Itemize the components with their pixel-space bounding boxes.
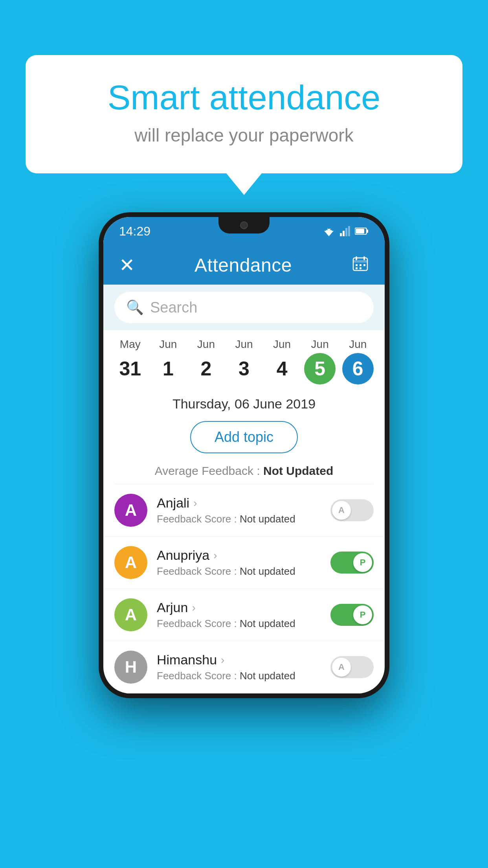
avatar: A — [114, 598, 147, 631]
calendar-day[interactable]: Jun4 — [263, 338, 301, 384]
phone-frame: 14:29 — [99, 212, 389, 698]
feedback-score: Feedback Score : Not updated — [157, 618, 321, 630]
status-time: 14:29 — [119, 224, 150, 239]
cal-month-label: Jun — [311, 338, 329, 351]
speech-bubble-container: Smart attendance will replace your paper… — [26, 55, 462, 195]
calendar-button[interactable] — [352, 255, 369, 276]
notch — [218, 217, 270, 234]
cal-month-label: Jun — [197, 338, 215, 351]
svg-rect-11 — [353, 260, 367, 263]
student-row[interactable]: HHimanshu ›Feedback Score : Not updatedA — [103, 641, 385, 693]
calendar-day[interactable]: Jun6 — [339, 338, 377, 384]
bubble-tail — [226, 173, 262, 195]
calendar-strip: May31Jun1Jun2Jun3Jun4Jun5Jun6 — [103, 330, 385, 388]
cal-month-label: Jun — [349, 338, 367, 351]
svg-rect-18 — [360, 267, 361, 269]
student-row[interactable]: AAnjali ›Feedback Score : Not updatedA — [103, 484, 385, 537]
add-topic-wrapper: Add topic — [103, 416, 385, 461]
svg-rect-17 — [356, 267, 358, 269]
battery-icon — [355, 227, 369, 235]
cal-month-label: Jun — [159, 338, 177, 351]
chevron-icon: › — [192, 601, 195, 614]
calendar-day[interactable]: Jun3 — [225, 338, 263, 384]
bubble-title: Smart attendance — [57, 79, 431, 117]
feedback-score: Feedback Score : Not updated — [157, 565, 321, 577]
avatar: H — [114, 651, 147, 684]
attendance-toggle[interactable]: P — [330, 552, 374, 574]
calendar-day[interactable]: Jun2 — [187, 338, 225, 384]
svg-rect-14 — [356, 264, 358, 266]
close-button[interactable]: ✕ — [119, 254, 135, 276]
feedback-score: Feedback Score : Not updated — [157, 670, 321, 682]
chevron-icon: › — [213, 549, 217, 562]
calendar-day[interactable]: Jun5 — [301, 338, 339, 384]
cal-date-number[interactable]: 6 — [342, 353, 374, 384]
svg-rect-4 — [343, 231, 345, 236]
student-list: AAnjali ›Feedback Score : Not updatedAAA… — [103, 484, 385, 693]
signal-icon — [340, 226, 350, 236]
student-info: Himanshu ›Feedback Score : Not updated — [157, 652, 321, 682]
feedback-summary: Average Feedback : Not Updated — [103, 461, 385, 484]
phone-wrapper: 14:29 — [99, 212, 389, 698]
student-name: Arjun › — [157, 600, 321, 615]
student-info: Anjali ›Feedback Score : Not updated — [157, 495, 321, 525]
cal-date-number[interactable]: 1 — [152, 353, 184, 384]
svg-rect-6 — [348, 226, 350, 236]
cal-date-number[interactable]: 5 — [304, 353, 336, 384]
student-info: Arjun ›Feedback Score : Not updated — [157, 600, 321, 630]
app-top-bar: ✕ Attendance — [103, 245, 385, 285]
chevron-icon: › — [221, 654, 224, 666]
cal-date-number[interactable]: 2 — [190, 353, 222, 384]
cal-month-label: May — [120, 338, 141, 351]
cal-date-number[interactable]: 31 — [114, 353, 146, 384]
svg-rect-9 — [356, 229, 364, 234]
cal-date-number[interactable]: 3 — [228, 353, 260, 384]
cal-date-number[interactable]: 4 — [266, 353, 298, 384]
cal-month-label: Jun — [273, 338, 291, 351]
student-name: Anjali › — [157, 495, 321, 511]
search-input[interactable]: Search — [150, 299, 197, 316]
speech-bubble: Smart attendance will replace your paper… — [26, 55, 462, 173]
attendance-toggle[interactable]: A — [330, 656, 374, 678]
student-info: Anupriya ›Feedback Score : Not updated — [157, 548, 321, 577]
status-bar: 14:29 — [103, 217, 385, 245]
search-bar[interactable]: 🔍 Search — [114, 292, 374, 323]
student-row[interactable]: AAnupriya ›Feedback Score : Not updatedP — [103, 537, 385, 589]
cal-month-label: Jun — [235, 338, 253, 351]
student-name: Himanshu › — [157, 652, 321, 668]
svg-rect-3 — [340, 233, 342, 236]
status-icons — [323, 226, 369, 236]
search-icon: 🔍 — [126, 299, 144, 316]
add-topic-button[interactable]: Add topic — [190, 421, 298, 453]
calendar-day[interactable]: Jun1 — [149, 338, 187, 384]
svg-rect-8 — [367, 230, 368, 233]
phone-screen: 14:29 — [103, 217, 385, 693]
calendar-icon — [352, 255, 369, 272]
svg-rect-13 — [363, 256, 365, 260]
date-label: Thursday, 06 June 2019 — [103, 388, 385, 416]
bubble-subtitle: will replace your paperwork — [57, 125, 431, 146]
attendance-toggle[interactable]: A — [330, 499, 374, 521]
calendar-day[interactable]: May31 — [111, 338, 149, 384]
app-title: Attendance — [194, 254, 292, 276]
svg-rect-5 — [345, 228, 347, 236]
avatar: A — [114, 494, 147, 527]
wifi-icon — [323, 226, 335, 236]
chevron-icon: › — [193, 497, 197, 509]
student-row[interactable]: AArjun ›Feedback Score : Not updatedP — [103, 589, 385, 641]
search-bar-wrapper: 🔍 Search — [103, 285, 385, 330]
camera — [240, 221, 248, 229]
attendance-toggle[interactable]: P — [330, 604, 374, 626]
svg-rect-12 — [356, 256, 357, 260]
student-name: Anupriya › — [157, 548, 321, 563]
svg-rect-15 — [360, 264, 361, 266]
feedback-score: Feedback Score : Not updated — [157, 513, 321, 525]
avatar: A — [114, 546, 147, 579]
svg-rect-16 — [363, 264, 365, 266]
